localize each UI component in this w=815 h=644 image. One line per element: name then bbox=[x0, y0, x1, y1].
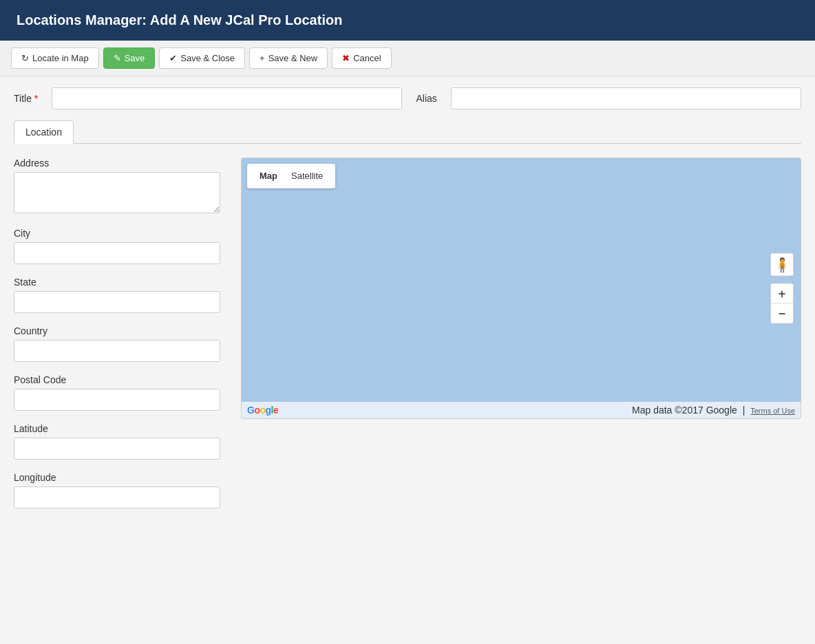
title-input[interactable] bbox=[52, 87, 402, 109]
map-controls: 🧍 + − bbox=[770, 253, 794, 324]
country-group: Country bbox=[14, 325, 220, 362]
map-data-attribution: Map data ©2017 Google bbox=[632, 405, 737, 416]
tab-location[interactable]: Location bbox=[14, 120, 74, 144]
save-icon: ✎ bbox=[114, 53, 121, 63]
terms-of-use-link[interactable]: Terms of Use bbox=[750, 407, 795, 415]
map-zoom-controls: + − bbox=[770, 283, 794, 324]
title-label: Title * bbox=[14, 93, 38, 104]
state-label: State bbox=[14, 277, 220, 288]
save-new-button[interactable]: + Save & New bbox=[249, 47, 328, 69]
alias-label: Alias bbox=[416, 93, 436, 104]
toolbar: ↻ Locate in Map ✎ Save ✔ Save & Close + … bbox=[0, 41, 815, 76]
postal-code-label: Postal Code bbox=[14, 374, 220, 385]
check-icon: ✔ bbox=[169, 53, 177, 63]
save-button[interactable]: ✎ Save bbox=[103, 47, 156, 69]
cancel-icon: ✖ bbox=[342, 53, 350, 63]
country-input[interactable] bbox=[14, 340, 220, 362]
address-input[interactable] bbox=[14, 172, 220, 213]
latitude-label: Latitude bbox=[14, 423, 220, 434]
page-header: Locations Manager: Add A New JCal Pro Lo… bbox=[0, 0, 815, 41]
latitude-input[interactable] bbox=[14, 438, 220, 460]
postal-code-group: Postal Code bbox=[14, 374, 220, 411]
map-attribution-area: Map data ©2017 Google | Terms of Use bbox=[632, 405, 795, 416]
address-group: Address bbox=[14, 158, 220, 215]
location-form: Address City State Country Postal Code L bbox=[14, 158, 220, 521]
form-map-container: Address City State Country Postal Code L bbox=[14, 158, 801, 521]
longitude-group: Longitude bbox=[14, 472, 220, 508]
longitude-input[interactable] bbox=[14, 486, 220, 508]
longitude-label: Longitude bbox=[14, 472, 220, 483]
zoom-out-button[interactable]: − bbox=[771, 304, 793, 323]
title-alias-row: Title * Alias bbox=[14, 87, 801, 109]
google-logo: Google bbox=[247, 405, 278, 416]
cancel-button[interactable]: ✖ Cancel bbox=[332, 47, 391, 69]
separator: | bbox=[743, 405, 745, 416]
refresh-icon: ↻ bbox=[21, 53, 29, 63]
tabs-container: Location bbox=[14, 120, 801, 144]
map-footer: Google Map data ©2017 Google | Terms of … bbox=[242, 402, 801, 418]
locate-in-map-button[interactable]: ↻ Locate in Map bbox=[11, 47, 99, 69]
map-tab-map[interactable]: Map bbox=[253, 168, 284, 184]
latitude-group: Latitude bbox=[14, 423, 220, 460]
required-indicator: * bbox=[34, 93, 38, 104]
city-input[interactable] bbox=[14, 242, 220, 264]
person-icon: 🧍 bbox=[774, 257, 791, 273]
alias-input[interactable] bbox=[451, 87, 801, 109]
city-group: City bbox=[14, 228, 220, 264]
country-label: Country bbox=[14, 325, 220, 336]
map-container[interactable]: Map Satellite 🧍 + bbox=[241, 158, 801, 419]
map-section: Map Satellite 🧍 + bbox=[241, 158, 801, 521]
street-view-button[interactable]: 🧍 bbox=[770, 253, 794, 277]
address-label: Address bbox=[14, 158, 220, 169]
page-title: Locations Manager: Add A New JCal Pro Lo… bbox=[17, 12, 342, 28]
city-label: City bbox=[14, 228, 220, 239]
state-group: State bbox=[14, 277, 220, 313]
map-background: Map Satellite 🧍 + bbox=[242, 158, 801, 418]
map-type-tabs: Map Satellite bbox=[247, 164, 335, 189]
zoom-in-button[interactable]: + bbox=[771, 284, 793, 303]
save-close-button[interactable]: ✔ Save & Close bbox=[159, 47, 245, 69]
postal-code-input[interactable] bbox=[14, 389, 220, 411]
state-input[interactable] bbox=[14, 291, 220, 313]
plus-icon: + bbox=[260, 53, 265, 63]
main-content: Title * Alias Location Address City Stat… bbox=[0, 76, 815, 532]
map-tab-satellite[interactable]: Satellite bbox=[284, 168, 330, 184]
